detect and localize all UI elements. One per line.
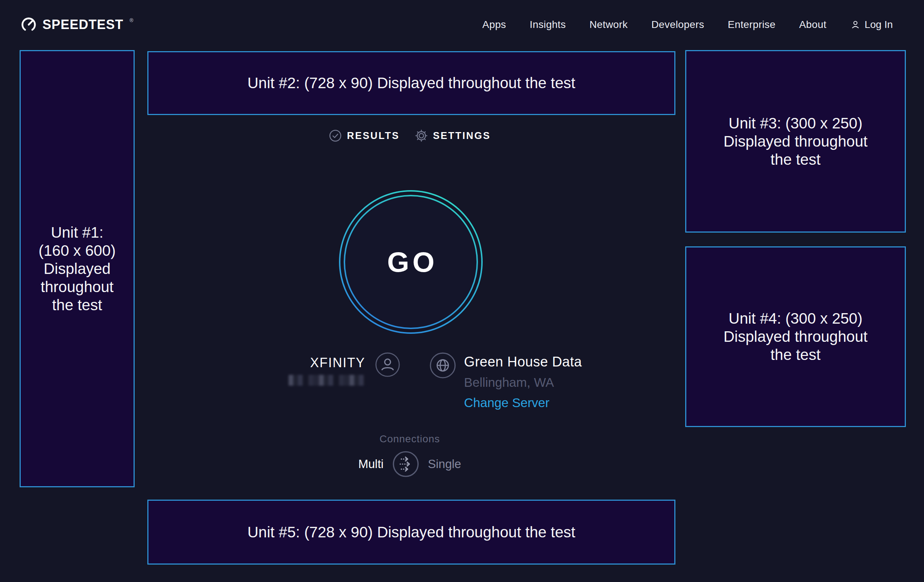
nav-item-insights[interactable]: Insights — [530, 19, 566, 30]
user-icon — [850, 19, 861, 30]
nav-item-about[interactable]: About — [799, 19, 827, 30]
connections-single-option[interactable]: Single — [428, 457, 461, 471]
speedtest-page: SPEEDTEST ® Apps Insights Network Develo… — [0, 0, 924, 582]
login-button[interactable]: Log In — [850, 19, 893, 30]
ad-unit-3[interactable]: Unit #3: (300 x 250) Displayed throughou… — [685, 50, 906, 232]
server-name: Green House Data — [464, 353, 582, 370]
ad-unit-1-text: Unit #1: (160 x 600) Displayed throughou… — [38, 224, 116, 314]
connections-multi-option[interactable]: Multi — [358, 457, 384, 471]
gear-icon — [415, 129, 428, 142]
go-button-label: GO — [384, 246, 438, 279]
speedtest-logo[interactable]: SPEEDTEST ® — [20, 16, 132, 33]
brand-trademark: ® — [130, 17, 133, 23]
brand-name: SPEEDTEST — [43, 17, 124, 32]
tab-settings[interactable]: SETTINGS — [415, 129, 491, 142]
nav-item-enterprise[interactable]: Enterprise — [728, 19, 776, 30]
ad-unit-3-text: Unit #3: (300 x 250) Displayed throughou… — [724, 114, 868, 169]
connection-info-row: XFINITY Green Hous — [160, 352, 711, 410]
connections-toggle-row: Multi Single — [134, 451, 685, 478]
isp-block: XFINITY — [289, 352, 400, 386]
connections-section: Connections — [134, 433, 685, 445]
nav-item-apps[interactable]: Apps — [482, 19, 506, 30]
ad-unit-2[interactable]: Unit #2: (728 x 90) Displayed throughout… — [147, 51, 675, 115]
ad-unit-1[interactable]: Unit #1: (160 x 600) Displayed throughou… — [20, 50, 135, 487]
ad-unit-4[interactable]: Unit #4: (300 x 250) Displayed throughou… — [685, 246, 906, 427]
nav-menu: Apps Insights Network Developers Enterpr… — [482, 19, 893, 30]
isp-name: XFINITY — [310, 355, 365, 371]
server-block[interactable]: Green House Data Bellingham, WA Change S… — [429, 352, 582, 410]
go-button[interactable]: GO — [339, 190, 483, 334]
ad-unit-4-text: Unit #4: (300 x 250) Displayed throughou… — [724, 310, 868, 364]
login-label: Log In — [865, 19, 893, 30]
ad-unit-5-text: Unit #5: (728 x 90) Displayed throughout… — [248, 523, 576, 541]
connections-toggle-icon[interactable] — [392, 451, 419, 478]
isp-user-icon — [375, 352, 400, 378]
tab-results[interactable]: RESULTS — [329, 129, 399, 142]
ad-unit-2-text: Unit #2: (728 x 90) Displayed throughout… — [248, 74, 576, 92]
nav-item-developers[interactable]: Developers — [652, 19, 705, 30]
check-circle-icon — [329, 129, 342, 142]
tab-settings-label: SETTINGS — [433, 130, 491, 142]
nav-item-network[interactable]: Network — [589, 19, 628, 30]
globe-icon — [429, 352, 456, 379]
connections-label: Connections — [380, 433, 440, 445]
speedometer-icon — [20, 16, 37, 33]
server-location: Bellingham, WA — [464, 375, 554, 390]
redacted-ip-address — [289, 375, 365, 386]
tab-results-label: RESULTS — [347, 130, 399, 142]
change-server-link[interactable]: Change Server — [464, 396, 549, 410]
top-nav-bar: SPEEDTEST ® Apps Insights Network Develo… — [0, 0, 924, 46]
ad-unit-5[interactable]: Unit #5: (728 x 90) Displayed throughout… — [147, 500, 675, 565]
results-settings-tabs: RESULTS SETTINGS — [134, 129, 685, 142]
